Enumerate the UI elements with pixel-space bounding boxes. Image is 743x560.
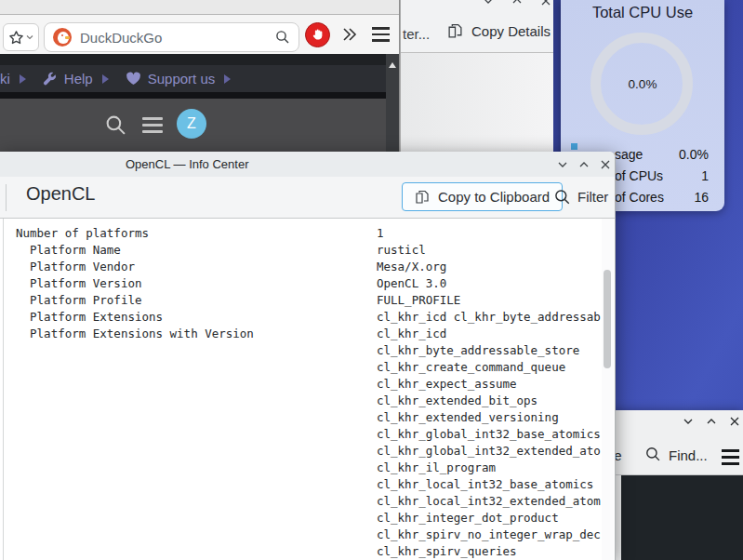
cpu-stat-value: 1 [701,166,709,187]
browser-window: DuckDuckGo ki Help [0,0,400,152]
search-icon [554,189,571,206]
breadcrumb-label: ki [0,71,10,87]
cpu-widget-title: Total CPU Use [561,4,724,21]
duckduckgo-logo-icon [53,28,72,47]
header-separator [6,184,7,211]
window-controls [683,416,740,427]
bookmarks-button[interactable] [3,23,39,51]
info-row: Platform Extensions with Versioncl_khr_i… [16,326,603,342]
copy-to-clipboard-label: Copy to Clipboard [438,189,550,205]
close-icon[interactable] [540,0,551,7]
info-row: cl_khr_local_int32_base_atomics [16,476,603,493]
bottom-right-window: te Find... [604,410,743,560]
wiki-search-icon[interactable] [104,113,127,137]
close-icon[interactable] [729,416,740,427]
wiki-header-band: Z [0,99,386,152]
cpu-stat-value: 16 [694,187,709,208]
maximize-icon[interactable] [511,0,523,7]
page-top-strip [0,54,386,65]
info-row: cl_khr_integer_dot_product [16,510,603,527]
breadcrumb-label: Support us [148,71,216,87]
minimize-icon[interactable] [683,416,694,427]
truncated-toolbar-text: ter... [403,26,430,42]
info-text-area[interactable]: Number of platforms1 Platform Namerustic… [0,218,615,560]
find-button[interactable]: Find... [669,447,708,463]
info-row: cl_khr_create_command_queue [16,359,603,376]
copy-icon [415,190,430,205]
toolbar-overflow-button[interactable] [336,20,364,48]
info-row: Platform ProfileFULL_PROFILE [16,292,603,309]
heart-icon [126,72,141,86]
maximize-icon[interactable] [578,159,590,170]
info-row: cl_khr_expect_assume [16,376,603,393]
browser-tabstrip[interactable] [0,0,399,15]
info-row: Number of platforms1 [16,225,603,242]
info-row: cl_khr_global_int32_base_atomics [16,426,603,443]
user-avatar[interactable]: Z [177,109,206,139]
breadcrumb-item-help[interactable]: Help [43,71,93,87]
copy-icon [447,23,463,39]
copy-to-clipboard-button[interactable]: Copy to Clipboard [402,182,563,211]
info-row: cl_khr_local_int32_extended_atom [16,493,603,510]
breadcrumb-label: Help [64,71,93,87]
page-title: OpenCL [26,183,96,205]
copy-details-label: Copy Details [471,23,551,39]
infocenter-window: OpenCL — Info Center OpenCL Copy to Clip… [0,152,616,560]
wiki-menu-icon[interactable] [142,117,163,133]
screen: Total CPU Use 0.0% sage 0.0% of CPUs 1 o… [0,0,743,560]
close-icon[interactable] [600,159,611,170]
window-title: OpenCL — Info Center [126,152,248,177]
double-chevron-right-icon [340,27,359,42]
breadcrumb: ki Help Support us [0,65,386,92]
titlebar[interactable]: OpenCL — Info Center [0,152,615,177]
info-row: cl_khr_extended_versioning [16,409,603,426]
window-controls [483,0,551,7]
search-icon [275,30,290,45]
minimize-icon[interactable] [483,0,494,7]
page-divider [0,92,386,99]
stop-hand-icon [305,22,330,47]
breadcrumb-arrow-icon [224,74,231,84]
webpage-content: ki Help Support us Z [0,54,386,152]
cpu-gauge-value: 0.0% [561,77,724,91]
opencl-info-list: Number of platforms1 Platform Namerustic… [16,225,603,560]
browser-menu-button[interactable] [366,20,394,48]
info-row: cl_khr_byte_addressable_store [16,342,603,359]
chevron-down-icon [26,33,33,41]
breadcrumb-item-support[interactable]: Support us [126,71,216,87]
cpu-stat-label: sage [615,144,643,166]
search-input[interactable]: DuckDuckGo [44,22,299,52]
infocenter-header: OpenCL Copy to Clipboard Filter [0,177,615,218]
info-row: cl_khr_il_program [16,460,603,476]
info-row: Platform VersionOpenCL 3.0 [16,275,603,292]
filter-label: Filter [577,189,608,205]
scrollbar-thumb[interactable] [604,270,611,368]
breadcrumb-item[interactable]: ki [0,71,10,87]
scroll-up-arrow-icon[interactable] [389,62,396,68]
search-engine-text: DuckDuckGo [80,30,267,46]
search-icon[interactable] [645,447,661,462]
maximize-icon[interactable] [706,416,717,427]
browser-toolbar: DuckDuckGo [0,15,399,54]
background-window: ter... Copy Details [400,0,553,152]
cpu-stat-value: 0.0% [679,144,709,166]
info-row: Platform Namerusticl [16,242,603,259]
hamburger-menu-icon[interactable] [722,449,739,465]
star-icon [8,30,24,46]
info-row: cl_khr_spirv_queries [16,543,603,560]
info-row: Platform Extensionscl_khr_icd cl_khr_byt… [16,309,603,326]
info-row: cl_khr_spirv_no_integer_wrap_dec [16,527,603,543]
scrollbar-track[interactable] [602,219,614,560]
cpu-stat-label: of Cores [615,187,664,208]
cpu-stat-label: of CPUs [615,166,663,187]
content-edge-line [3,219,4,560]
copy-details-button[interactable]: Copy Details [447,23,551,39]
browser-scrollbar[interactable] [386,54,399,152]
filter-field[interactable]: Filter [554,183,608,210]
terminal-content[interactable] [621,475,743,560]
content-blocker-button[interactable] [303,20,331,48]
minimize-icon[interactable] [557,159,568,170]
info-row: cl_khr_global_int32_extended_ato [16,443,603,460]
info-row: Platform VendorMesa/X.org [16,259,603,275]
breadcrumb-arrow-icon [20,74,26,84]
